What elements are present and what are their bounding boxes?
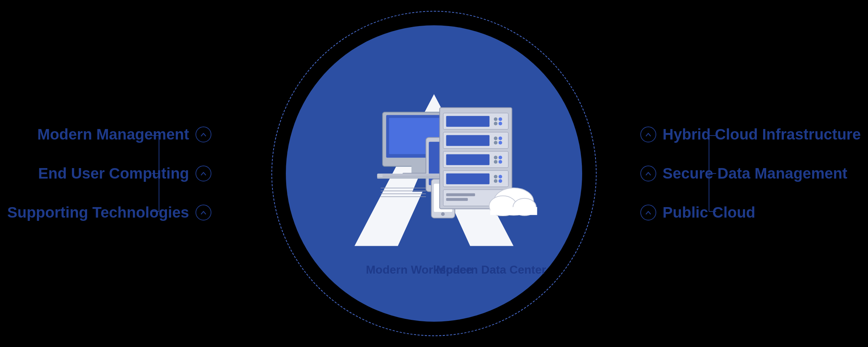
end-user-computing-badge xyxy=(195,166,211,181)
right-labels: Hybrid Cloud Infrastructure Secure Data … xyxy=(640,126,861,221)
svg-point-35 xyxy=(499,141,502,145)
hybrid-cloud-row: Hybrid Cloud Infrastructure xyxy=(640,126,861,143)
datacenter-illustration xyxy=(436,104,537,216)
public-cloud-row: Public Cloud xyxy=(640,204,756,221)
svg-rect-43 xyxy=(446,174,490,184)
end-user-computing-row: End User Computing xyxy=(38,165,212,182)
datacenter-label: Modern Data Center xyxy=(436,263,546,277)
hybrid-cloud-badge xyxy=(640,127,656,142)
supporting-technologies-badge xyxy=(195,205,211,220)
svg-point-39 xyxy=(494,160,498,164)
svg-rect-54 xyxy=(490,207,537,215)
svg-point-32 xyxy=(494,137,498,140)
secure-data-row: Secure Data Management xyxy=(640,165,847,182)
svg-point-41 xyxy=(499,160,502,164)
svg-point-47 xyxy=(499,179,502,183)
chevron-up-icon xyxy=(200,131,207,138)
svg-point-44 xyxy=(494,175,498,179)
modern-management-badge xyxy=(195,127,211,142)
chevron-up-icon-3 xyxy=(200,209,207,216)
svg-point-28 xyxy=(499,117,502,121)
public-cloud-label: Public Cloud xyxy=(663,204,756,221)
diagram-container: Modern Management End User Computing Sup… xyxy=(0,0,868,347)
modern-management-label: Modern Management xyxy=(37,126,189,143)
svg-rect-25 xyxy=(446,116,490,127)
svg-point-27 xyxy=(494,122,498,125)
modern-management-row: Modern Management xyxy=(37,126,211,143)
left-labels: Modern Management End User Computing Sup… xyxy=(7,126,211,221)
svg-point-40 xyxy=(499,156,502,159)
svg-rect-37 xyxy=(446,154,490,165)
svg-rect-31 xyxy=(446,135,490,146)
svg-point-34 xyxy=(499,137,502,140)
svg-point-33 xyxy=(494,141,498,145)
svg-point-29 xyxy=(499,122,502,125)
chevron-up-icon-2 xyxy=(200,170,207,177)
svg-point-26 xyxy=(494,117,498,121)
chevron-up-icon-6 xyxy=(645,209,652,216)
public-cloud-badge xyxy=(640,205,656,220)
svg-rect-49 xyxy=(446,193,475,196)
supporting-technologies-row: Supporting Technologies xyxy=(7,204,211,221)
svg-rect-50 xyxy=(446,198,468,201)
supporting-technologies-label: Supporting Technologies xyxy=(7,204,189,221)
secure-data-label: Secure Data Management xyxy=(663,165,847,182)
svg-point-38 xyxy=(494,156,498,159)
hybrid-cloud-label: Hybrid Cloud Infrastructure xyxy=(663,126,861,143)
end-user-computing-label: End User Computing xyxy=(38,165,189,182)
secure-data-badge xyxy=(640,166,656,181)
svg-point-45 xyxy=(494,179,498,183)
chevron-up-icon-5 xyxy=(645,170,652,177)
svg-point-46 xyxy=(499,175,502,179)
svg-rect-5 xyxy=(412,166,426,174)
chevron-up-icon-4 xyxy=(645,131,652,138)
